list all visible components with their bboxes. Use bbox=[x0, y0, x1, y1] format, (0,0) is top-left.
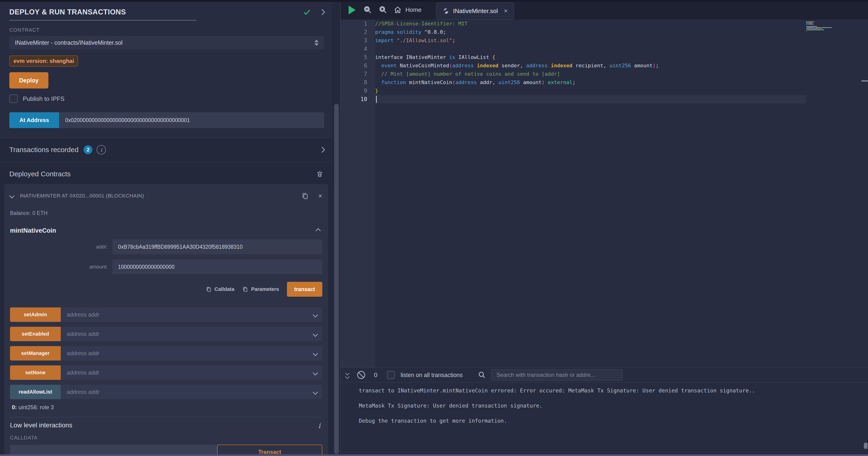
deploy-run-panel: DEPLOY & RUN TRANSACTIONS CONTRACT INati… bbox=[0, 2, 332, 454]
setmanager-button[interactable]: setManager bbox=[10, 346, 61, 361]
title-underline bbox=[9, 20, 197, 21]
overview-ruler-cursor-marker bbox=[862, 80, 868, 82]
function-row-readallowlist: readAllowList bbox=[10, 385, 322, 399]
addr-field-label: addr: bbox=[10, 244, 113, 250]
deploy-button[interactable]: Deploy bbox=[9, 72, 49, 88]
amount-field-label: amount: bbox=[10, 264, 113, 270]
contract-select-value: INativeMinter - contracts/INativeMinter.… bbox=[15, 39, 123, 46]
minimap-line bbox=[806, 24, 852, 25]
code-editor: Home INativeMinter.sol × 12345678910 //S… bbox=[340, 0, 868, 368]
listen-all-transactions-label: listen on all transactions bbox=[401, 372, 463, 378]
remove-contract-icon[interactable]: × bbox=[318, 192, 322, 199]
collapse-contract-icon[interactable] bbox=[9, 193, 15, 199]
low-level-info-icon[interactable]: i bbox=[318, 422, 320, 430]
terminal-toolbar: 0 listen on all transactions bbox=[341, 368, 868, 382]
bottom-scrollbar[interactable] bbox=[0, 454, 868, 456]
tab-inativeminter-sol[interactable]: INativeMinter.sol × bbox=[436, 2, 514, 20]
at-address-button[interactable]: At Address bbox=[9, 112, 59, 128]
panel-scrollbar[interactable] bbox=[334, 104, 339, 454]
editor-tabbar: Home INativeMinter.sol × bbox=[341, 0, 868, 20]
copy-calldata-button[interactable]: Calldata bbox=[206, 286, 235, 292]
readallowlist-input[interactable] bbox=[61, 385, 322, 399]
at-address-input[interactable] bbox=[59, 112, 324, 128]
minimap-line bbox=[806, 28, 852, 29]
expand-transactions-icon[interactable] bbox=[319, 147, 325, 152]
setadmin-button[interactable]: setAdmin bbox=[10, 307, 61, 322]
clear-console-icon[interactable] bbox=[357, 371, 365, 379]
copy-parameters-button[interactable]: Parameters bbox=[242, 286, 279, 292]
setenabled-button[interactable]: setEnabled bbox=[10, 327, 61, 341]
minimap-line bbox=[806, 26, 852, 27]
deployed-contract-card: INATIVEMINTER AT 0X020...00001 (BLOCKCHA… bbox=[4, 184, 328, 454]
readallowlist-result: 0: uint256: role 3 bbox=[12, 404, 322, 410]
publish-ipfs-checkbox[interactable] bbox=[9, 94, 18, 103]
line-number: 4 bbox=[341, 45, 375, 53]
terminal-search-input[interactable] bbox=[491, 369, 623, 380]
minimap-line bbox=[806, 32, 852, 33]
setenabled-input[interactable] bbox=[61, 327, 322, 341]
line-number: 9 bbox=[341, 87, 375, 95]
line-number: 8 bbox=[341, 78, 375, 87]
low-level-transact-button[interactable]: Transact bbox=[217, 445, 322, 454]
transactions-recorded-label: Transactions recorded bbox=[9, 146, 79, 154]
transactions-recorded-section[interactable]: Transactions recorded 2 i bbox=[0, 137, 332, 162]
zoom-out-icon[interactable] bbox=[363, 5, 372, 15]
function-row-setmanager: setManager bbox=[10, 346, 322, 361]
code-line: event NativeCoinMinted(address indexed s… bbox=[375, 61, 659, 70]
editor-minimap[interactable] bbox=[806, 22, 852, 33]
copy-icon bbox=[206, 286, 212, 292]
contract-select[interactable]: INativeMinter - contracts/INativeMinter.… bbox=[9, 36, 324, 49]
setmanager-input[interactable] bbox=[61, 346, 322, 361]
evm-version-badge: evm version: shanghai bbox=[9, 55, 78, 66]
panel-title: DEPLOY & RUN TRANSACTIONS bbox=[9, 8, 126, 16]
deploy-section: DEPLOY & RUN TRANSACTIONS CONTRACT INati… bbox=[0, 2, 332, 137]
transact-button[interactable]: transact bbox=[287, 282, 322, 297]
setnone-input[interactable] bbox=[61, 365, 322, 380]
line-number: 10 bbox=[341, 95, 375, 104]
function-row-setadmin: setAdmin bbox=[10, 307, 322, 322]
terminal-log-lines: transact to INativeMinter.mintNativeCoin… bbox=[359, 388, 755, 433]
setnone-button[interactable]: setNone bbox=[10, 365, 61, 380]
code-line: pragma solidity ^0.8.0; bbox=[375, 28, 659, 36]
setadmin-input[interactable] bbox=[61, 307, 322, 322]
terminal-log-line: transact to INativeMinter.mintNativeCoin… bbox=[359, 388, 755, 394]
method-title: mintNativeCoin bbox=[10, 227, 56, 234]
calldata-input[interactable] bbox=[10, 445, 217, 454]
readallowlist-button[interactable]: readAllowList bbox=[10, 385, 61, 399]
collapse-terminal-icon[interactable] bbox=[346, 372, 349, 378]
listen-all-transactions-checkbox[interactable] bbox=[387, 371, 395, 379]
code-area[interactable]: 12345678910 //SPDX-License-Identifier: M… bbox=[341, 20, 868, 368]
line-number: 6 bbox=[341, 61, 375, 70]
pending-tx-count: 0 bbox=[374, 371, 377, 379]
copy-icon[interactable] bbox=[301, 192, 309, 200]
run-script-play-icon[interactable] bbox=[349, 6, 355, 15]
code-line: // Mint [amount] number of native coins … bbox=[375, 70, 659, 78]
terminal-output[interactable]: transact to INativeMinter.mintNativeCoin… bbox=[341, 382, 868, 456]
function-row-setnone: setNone bbox=[10, 365, 322, 380]
close-tab-icon[interactable]: × bbox=[504, 8, 507, 14]
home-icon bbox=[394, 6, 402, 14]
terminal-log-line: MetaMask Tx Signature: User denied trans… bbox=[359, 403, 755, 409]
transactions-info-icon[interactable]: i bbox=[97, 145, 106, 154]
line-number: 2 bbox=[341, 28, 375, 36]
minimap-line bbox=[806, 30, 852, 30]
code-line: interface INativeMinter is IAllowList { bbox=[375, 53, 659, 61]
solidity-file-icon bbox=[442, 7, 450, 15]
code-line: //SPDX-License-Identifier: MIT bbox=[375, 20, 659, 28]
tab-home[interactable]: Home bbox=[394, 0, 422, 20]
trash-icon[interactable] bbox=[316, 170, 323, 178]
line-number: 3 bbox=[341, 36, 375, 45]
code-line bbox=[375, 95, 659, 104]
line-number: 7 bbox=[341, 70, 375, 78]
zoom-in-icon[interactable] bbox=[378, 5, 388, 15]
collapse-panel-icon[interactable] bbox=[319, 9, 325, 15]
select-caret-icon bbox=[314, 39, 318, 46]
terminal-scrollbar[interactable] bbox=[864, 443, 868, 449]
addr-field-input[interactable] bbox=[113, 239, 322, 254]
contract-balance: Balance: 0 ETH bbox=[10, 210, 322, 216]
collapse-method-icon[interactable] bbox=[315, 228, 321, 233]
window-top-strip bbox=[0, 0, 868, 2]
line-number: 1 bbox=[341, 20, 375, 28]
amount-field-input[interactable] bbox=[113, 259, 322, 274]
code-line: import "./IAllowList.sol"; bbox=[375, 36, 659, 45]
